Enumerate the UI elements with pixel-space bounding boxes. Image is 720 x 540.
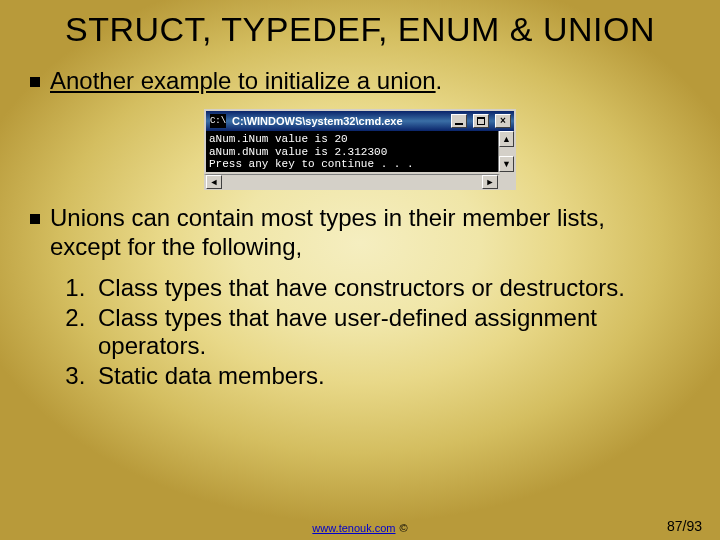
bullet-square-icon [30, 214, 40, 224]
cmd-icon: C:\ [210, 114, 226, 128]
close-button[interactable]: × [495, 114, 511, 128]
console-titlebar: C:\ C:\WINDOWS\system32\cmd.exe × [204, 109, 516, 131]
console-output: aNum.iNum value is 20 aNum.dNum value is… [206, 131, 498, 172]
copyright-icon: © [400, 522, 408, 534]
scroll-left-icon[interactable]: ◄ [206, 175, 222, 189]
bullet-body-text: Unions can contain most types in their m… [50, 204, 680, 262]
page-number: 87/93 [667, 518, 702, 534]
example-link[interactable]: Another example to initialize a union [50, 67, 436, 94]
scroll-right-icon[interactable]: ► [482, 175, 498, 189]
console-title: C:\WINDOWS\system32\cmd.exe [232, 115, 445, 127]
scrollbar-vertical[interactable]: ▲ ▼ [498, 131, 514, 172]
bullet-square-icon [30, 77, 40, 87]
maximize-button[interactable] [473, 114, 489, 128]
minimize-button[interactable] [451, 114, 467, 128]
console-window: C:\ C:\WINDOWS\system32\cmd.exe × aNum.i… [204, 109, 516, 190]
footer: www.tenouk.com © [0, 522, 720, 534]
bullet-2: Unions can contain most types in their m… [30, 204, 720, 262]
bullet-link-suffix: . [436, 67, 443, 94]
scroll-up-icon[interactable]: ▲ [499, 131, 514, 147]
slide-title: STRUCT, TYPEDEF, ENUM & UNION [0, 0, 720, 49]
list-item: Class types that have user-defined assig… [92, 304, 660, 361]
list-item: Static data members. [92, 362, 660, 390]
exception-list: Class types that have constructors or de… [92, 274, 720, 391]
scrollbar-horizontal[interactable]: ◄ ► [204, 174, 500, 190]
scroll-down-icon[interactable]: ▼ [499, 156, 514, 172]
footer-link[interactable]: www.tenouk.com [312, 522, 395, 534]
scroll-corner [500, 174, 516, 190]
bullet-1: Another example to initialize a union. [30, 67, 720, 95]
list-item: Class types that have constructors or de… [92, 274, 660, 302]
